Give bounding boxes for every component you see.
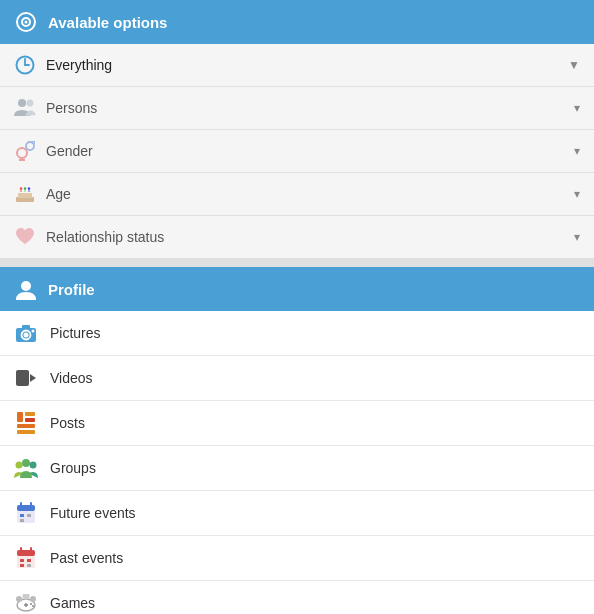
svg-point-11 bbox=[26, 142, 34, 150]
available-options-icon bbox=[14, 10, 38, 34]
profile-item-past-events[interactable]: Past events bbox=[0, 536, 594, 581]
svg-rect-44 bbox=[27, 514, 31, 517]
svg-rect-31 bbox=[17, 412, 23, 422]
profile-header-icon bbox=[14, 277, 38, 301]
svg-rect-27 bbox=[22, 325, 30, 329]
profile-section: Profile Pictures bbox=[0, 267, 594, 614]
filter-gender[interactable]: Gender ▾ bbox=[0, 130, 594, 173]
svg-rect-43 bbox=[20, 514, 24, 517]
videos-label: Videos bbox=[50, 370, 93, 386]
posts-label: Posts bbox=[50, 415, 85, 431]
available-options-header: Avalable options bbox=[0, 0, 594, 44]
svg-point-37 bbox=[22, 459, 30, 467]
age-icon bbox=[14, 183, 36, 205]
filter-everything-label: Everything bbox=[46, 57, 558, 73]
svg-point-38 bbox=[30, 462, 37, 469]
filter-persons-chevron: ▾ bbox=[574, 101, 580, 115]
svg-point-2 bbox=[25, 21, 28, 24]
svg-point-26 bbox=[24, 333, 29, 338]
profile-title: Profile bbox=[48, 281, 95, 298]
filter-relationship-chevron: ▾ bbox=[574, 230, 580, 244]
profile-item-future-events[interactable]: Future events bbox=[0, 491, 594, 536]
profile-item-videos[interactable]: Videos bbox=[0, 356, 594, 401]
svg-point-22 bbox=[28, 187, 30, 189]
filter-age-chevron: ▾ bbox=[574, 187, 580, 201]
svg-rect-45 bbox=[20, 519, 24, 522]
svg-rect-52 bbox=[20, 564, 24, 567]
calendar-past-icon bbox=[14, 546, 38, 570]
filter-everything-chevron: ▼ bbox=[568, 58, 580, 72]
profile-item-games[interactable]: Games bbox=[0, 581, 594, 614]
filter-gender-label: Gender bbox=[46, 143, 564, 159]
svg-rect-32 bbox=[25, 412, 35, 416]
available-options-section: Avalable options Everything ▼ bbox=[0, 0, 594, 259]
profile-item-pictures[interactable]: Pictures bbox=[0, 311, 594, 356]
filter-persons-label: Persons bbox=[46, 100, 564, 116]
filter-persons[interactable]: Persons ▾ bbox=[0, 87, 594, 130]
svg-rect-53 bbox=[27, 564, 31, 567]
games-icon bbox=[14, 591, 38, 614]
persons-icon bbox=[14, 97, 36, 119]
available-options-title: Avalable options bbox=[48, 14, 167, 31]
filter-age-label: Age bbox=[46, 186, 564, 202]
svg-marker-30 bbox=[30, 374, 36, 382]
heart-icon bbox=[14, 226, 36, 248]
svg-point-60 bbox=[30, 603, 32, 605]
profile-list: Pictures Videos bbox=[0, 311, 594, 614]
profile-header: Profile bbox=[0, 267, 594, 311]
filter-list: Everything ▼ Persons ▾ bbox=[0, 44, 594, 259]
calendar-future-icon bbox=[14, 501, 38, 525]
svg-point-36 bbox=[16, 462, 23, 469]
clock-icon bbox=[14, 54, 36, 76]
past-events-label: Past events bbox=[50, 550, 123, 566]
groups-icon bbox=[14, 456, 38, 480]
svg-rect-35 bbox=[17, 430, 35, 434]
svg-rect-40 bbox=[17, 505, 35, 511]
posts-icon bbox=[14, 411, 38, 435]
svg-rect-50 bbox=[20, 559, 24, 562]
svg-rect-16 bbox=[18, 193, 32, 198]
filter-relationship[interactable]: Relationship status ▾ bbox=[0, 216, 594, 259]
filter-gender-chevron: ▾ bbox=[574, 144, 580, 158]
filter-everything[interactable]: Everything ▼ bbox=[0, 44, 594, 87]
groups-label: Groups bbox=[50, 460, 96, 476]
svg-point-55 bbox=[16, 596, 22, 602]
svg-rect-29 bbox=[16, 370, 29, 386]
gender-icon bbox=[14, 140, 36, 162]
profile-item-posts[interactable]: Posts bbox=[0, 401, 594, 446]
svg-point-7 bbox=[27, 100, 34, 107]
profile-item-groups[interactable]: Groups bbox=[0, 446, 594, 491]
svg-point-21 bbox=[24, 187, 26, 189]
svg-point-23 bbox=[21, 281, 31, 291]
filter-age[interactable]: Age ▾ bbox=[0, 173, 594, 216]
future-events-label: Future events bbox=[50, 505, 136, 521]
games-label: Games bbox=[50, 595, 95, 611]
svg-rect-51 bbox=[27, 559, 31, 562]
pictures-label: Pictures bbox=[50, 325, 101, 341]
svg-point-56 bbox=[30, 596, 36, 602]
section-divider bbox=[0, 259, 594, 267]
svg-point-61 bbox=[32, 605, 34, 607]
video-icon bbox=[14, 366, 38, 390]
svg-rect-34 bbox=[17, 424, 35, 428]
svg-point-8 bbox=[17, 148, 27, 158]
filter-relationship-label: Relationship status bbox=[46, 229, 564, 245]
svg-rect-33 bbox=[25, 418, 35, 422]
svg-point-20 bbox=[20, 187, 22, 189]
svg-rect-47 bbox=[17, 550, 35, 556]
svg-point-28 bbox=[32, 330, 35, 333]
svg-point-6 bbox=[18, 99, 26, 107]
camera-icon bbox=[14, 321, 38, 345]
